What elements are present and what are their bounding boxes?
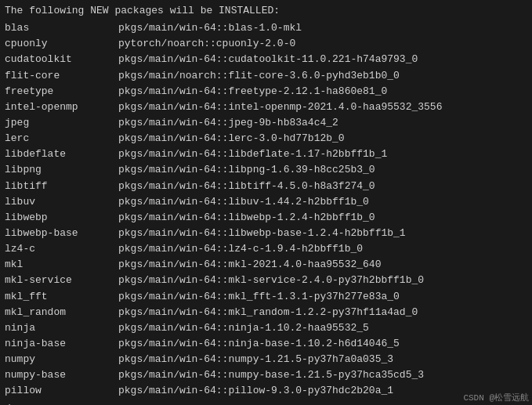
package-channel: pkgs/main/win-64::mkl-service-2.4.0-py37…: [118, 273, 424, 288]
package-channel: pkgs/main/win-64::libuv-1.44.2-h2bbff1b_…: [118, 194, 369, 210]
package-name: blas: [5, 20, 118, 36]
package-name: ninja: [5, 320, 118, 336]
package-name: libwebp: [5, 210, 118, 226]
header-line: The following NEW packages will be INSTA…: [5, 3, 527, 19]
package-name: intel-openmp: [5, 99, 118, 115]
package-name: libdeflate: [5, 146, 118, 162]
package-name: cpuonly: [5, 36, 118, 52]
package-list: blaspkgs/main/win-64::blas-1.0-mklcpuonl…: [5, 20, 527, 399]
package-row: blaspkgs/main/win-64::blas-1.0-mkl: [5, 20, 527, 36]
package-channel: pkgs/main/win-64::freetype-2.12.1-ha860e…: [118, 84, 387, 99]
done-line: done: [5, 401, 527, 405]
package-row: mkl_fftpkgs/main/win-64::mkl_fft-1.3.1-p…: [5, 289, 527, 305]
package-channel: pkgs/main/win-64::intel-openmp-2021.4.0-…: [118, 99, 442, 115]
package-channel: pkgs/main/win-64::libpng-1.6.39-h8cc25b3…: [118, 162, 375, 178]
package-row: cudatoolkitpkgs/main/win-64::cudatoolkit…: [5, 52, 527, 67]
watermark: CSDN @松雪远航: [463, 392, 529, 403]
package-row: ninjapkgs/main/win-64::ninja-1.10.2-haa9…: [5, 320, 527, 336]
terminal-window: The following NEW packages will be INSTA…: [5, 3, 527, 405]
package-row: cpuonlypytorch/noarch::cpuonly-2.0-0: [5, 36, 527, 52]
package-row: libpngpkgs/main/win-64::libpng-1.6.39-h8…: [5, 162, 527, 178]
package-channel: pkgs/main/win-64::libwebp-1.2.4-h2bbff1b…: [118, 210, 375, 226]
package-channel: pkgs/main/win-64::cudatoolkit-11.0.221-h…: [118, 52, 418, 67]
package-channel: pkgs/main/win-64::libtiff-4.5.0-h8a3f274…: [118, 179, 375, 194]
package-channel: pkgs/main/noarch::flit-core-3.6.0-pyhd3e…: [118, 68, 400, 84]
package-row: libuvpkgs/main/win-64::libuv-1.44.2-h2bb…: [5, 194, 527, 210]
package-name: lerc: [5, 131, 118, 146]
package-row: numpy-basepkgs/main/win-64::numpy-base-1…: [5, 367, 527, 383]
package-channel: pkgs/main/win-64::jpeg-9b-hb83a4c4_2: [118, 115, 338, 131]
package-name: libwebp-base: [5, 226, 118, 241]
package-name: numpy: [5, 352, 118, 367]
package-row: mklpkgs/main/win-64::mkl-2021.4.0-haa955…: [5, 257, 527, 273]
package-name: freetype: [5, 84, 118, 99]
package-row: pillowpkgs/main/win-64::pillow-9.3.0-py3…: [5, 383, 527, 399]
package-name: libtiff: [5, 179, 118, 194]
package-name: flit-core: [5, 68, 118, 84]
package-row: freetypepkgs/main/win-64::freetype-2.12.…: [5, 84, 527, 99]
package-row: numpypkgs/main/win-64::numpy-1.21.5-py37…: [5, 352, 527, 367]
package-row: intel-openmppkgs/main/win-64::intel-open…: [5, 99, 527, 115]
package-channel: pkgs/main/win-64::pillow-9.3.0-py37hdc2b…: [118, 383, 393, 399]
package-channel: pkgs/main/win-64::blas-1.0-mkl: [118, 20, 302, 36]
package-name: mkl: [5, 257, 118, 273]
package-channel: pkgs/main/win-64::numpy-1.21.5-py37h7a0a…: [118, 352, 393, 367]
package-row: lercpkgs/main/win-64::lerc-3.0-hd77b12b_…: [5, 131, 527, 146]
package-channel: pkgs/main/win-64::mkl-2021.4.0-haa95532_…: [118, 257, 381, 273]
package-name: libpng: [5, 162, 118, 178]
package-channel: pkgs/main/win-64::numpy-base-1.21.5-py37…: [118, 367, 424, 383]
package-row: mkl-servicepkgs/main/win-64::mkl-service…: [5, 273, 527, 288]
package-name: mkl-service: [5, 273, 118, 288]
package-name: libuv: [5, 194, 118, 210]
package-row: libwebppkgs/main/win-64::libwebp-1.2.4-h…: [5, 210, 527, 226]
package-row: libdeflatepkgs/main/win-64::libdeflate-1…: [5, 146, 527, 162]
package-row: libwebp-basepkgs/main/win-64::libwebp-ba…: [5, 226, 527, 241]
package-channel: pkgs/main/win-64::libwebp-base-1.2.4-h2b…: [118, 226, 406, 241]
package-row: ninja-basepkgs/main/win-64::ninja-base-1…: [5, 336, 527, 352]
package-name: mkl_fft: [5, 289, 118, 305]
package-row: jpegpkgs/main/win-64::jpeg-9b-hb83a4c4_2: [5, 115, 527, 131]
package-name: pillow: [5, 383, 118, 399]
package-channel: pkgs/main/win-64::lerc-3.0-hd77b12b_0: [118, 131, 345, 146]
package-name: lz4-c: [5, 241, 118, 257]
package-row: mkl_randompkgs/main/win-64::mkl_random-1…: [5, 305, 527, 320]
package-row: lz4-cpkgs/main/win-64::lz4-c-1.9.4-h2bbf…: [5, 241, 527, 257]
package-row: libtiffpkgs/main/win-64::libtiff-4.5.0-h…: [5, 179, 527, 194]
package-channel: pkgs/main/win-64::lz4-c-1.9.4-h2bbff1b_0: [118, 241, 363, 257]
package-name: mkl_random: [5, 305, 118, 320]
package-name: numpy-base: [5, 367, 118, 383]
package-channel: pytorch/noarch::cpuonly-2.0-0: [118, 36, 295, 52]
package-name: ninja-base: [5, 336, 118, 352]
package-channel: pkgs/main/win-64::libdeflate-1.17-h2bbff…: [118, 146, 387, 162]
package-row: flit-corepkgs/main/noarch::flit-core-3.6…: [5, 68, 527, 84]
package-channel: pkgs/main/win-64::mkl_fft-1.3.1-py37h277…: [118, 289, 400, 305]
package-name: jpeg: [5, 115, 118, 131]
package-name: cudatoolkit: [5, 52, 118, 67]
package-channel: pkgs/main/win-64::ninja-1.10.2-haa95532_…: [118, 320, 369, 336]
package-channel: pkgs/main/win-64::ninja-base-1.10.2-h6d1…: [118, 336, 400, 352]
package-channel: pkgs/main/win-64::mkl_random-1.2.2-py37h…: [118, 305, 418, 320]
